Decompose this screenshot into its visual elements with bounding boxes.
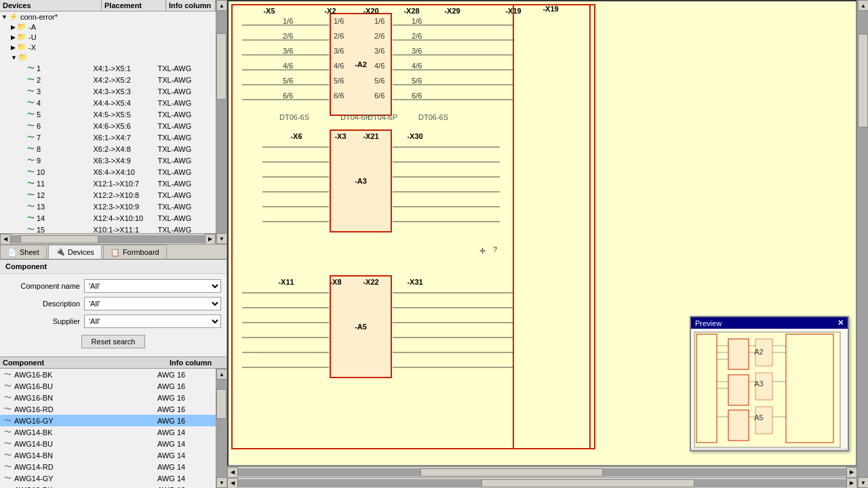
canvas-vscroll-down[interactable]: ▼ [858, 477, 868, 488]
expand-icon[interactable]: ▶ [11, 44, 16, 51]
filter-supplier-select[interactable]: 'All' [84, 314, 221, 328]
tree-item-col2: X4:5->X5:5 [94, 110, 158, 119]
comp-item-name: AWG14-RD [14, 463, 157, 471]
comp-item[interactable]: 〜 AWG16-BN AWG 16 [0, 392, 216, 403]
comp-item[interactable]: 〜 AWG12-BK AWG 12 [0, 484, 216, 488]
tree-vscroll-thumb[interactable] [216, 33, 226, 100]
canvas-hscroll2-left[interactable]: ◀ [227, 478, 238, 489]
tree-item-col2: X6:1->X4:7 [94, 134, 158, 142]
comp-vscroll-up[interactable]: ▲ [216, 369, 226, 380]
tree-item-w13[interactable]: 〜13X12:3->X10:9TXL-AWG [0, 201, 216, 212]
tree-item-w3[interactable]: 〜3X4:3->X5:3TXL-AWG [0, 85, 216, 97]
comp-item[interactable]: 〜 AWG16-BK AWG 16 [0, 369, 216, 380]
tree-vscroll-track[interactable] [216, 11, 226, 233]
tree-item-w2[interactable]: 〜2X4:2->X5:2TXL-AWG [0, 74, 216, 85]
canvas-hscroll2[interactable]: ◀ ▶ [227, 477, 857, 488]
canvas-hscroll[interactable]: ◀ ▶ [227, 466, 857, 477]
comp-item[interactable]: 〜 AWG16-BU AWG 16 [0, 380, 216, 392]
tree-hscroll-left[interactable]: ◀ [0, 234, 11, 245]
comp-vscroll-down[interactable]: ▼ [216, 477, 226, 488]
canvas-hscroll2-right[interactable]: ▶ [846, 478, 857, 489]
tree-item-w7[interactable]: 〜7X6:1->X4:7TXL-AWG [0, 131, 216, 143]
comp-item[interactable]: 〜 AWG16-GY AWG 16 [0, 415, 216, 426]
canvas-vscroll-thumb[interactable] [858, 34, 868, 127]
comp-item-name: AWG14-BK [14, 428, 157, 436]
tree-item-w12[interactable]: 〜12X12:2->X10:8TXL-AWG [0, 189, 216, 201]
comp-item[interactable]: 〜 AWG14-BK AWG 14 [0, 426, 216, 438]
tree-content[interactable]: ▼⚡conn-error*▶📁-A▶📁-U▶📁-X▼📁〜1X4:1->X5:1T… [0, 12, 216, 233]
comp-vscroll-track[interactable] [216, 380, 226, 477]
comp-item[interactable]: 〜 AWG14-GY AWG 14 [0, 472, 216, 484]
comp-item[interactable]: 〜 AWG14-BU AWG 14 [0, 438, 216, 449]
wire-icon: 〜 [27, 178, 35, 188]
tree-hscroll-right[interactable]: ▶ [205, 234, 216, 245]
tree-hscroll[interactable]: ◀ ▶ [0, 233, 216, 244]
tree-item-A[interactable]: ▶📁-A [0, 22, 216, 32]
tab-formboard-label: Formboard [123, 248, 159, 256]
comp-list[interactable]: 〜 AWG16-BK AWG 16 〜 AWG16-BU AWG 16 〜 AW… [0, 369, 216, 488]
tree-item-w10[interactable]: 〜10X6:4->X4:10TXL-AWG [0, 166, 216, 178]
tree-item-root[interactable]: ▼⚡conn-error* [0, 12, 216, 22]
comp-list-wrapper: 〜 AWG16-BK AWG 16 〜 AWG16-BU AWG 16 〜 AW… [0, 369, 226, 488]
tree-item-col3: TXL-AWG [158, 180, 215, 188]
expand-icon[interactable]: ▼ [1, 14, 7, 20]
tree-hscroll-thumb[interactable] [20, 235, 98, 243]
svg-text:4/6: 4/6 [334, 62, 344, 70]
tree-item-col2: X4:1->X5:1 [94, 64, 158, 73]
tree-item-w9[interactable]: 〜9X6:3->X4:9TXL-AWG [0, 155, 216, 166]
canvas-vscroll-track[interactable] [858, 11, 868, 477]
tree-vscroll-down[interactable]: ▼ [216, 233, 226, 244]
tree-item-w11[interactable]: 〜11X12:1->X10:7TXL-AWG [0, 178, 216, 189]
expand-icon[interactable]: ▼ [11, 54, 17, 61]
canvas-vscroll-up[interactable]: ▲ [858, 0, 868, 11]
tree-header: Devices Placement Info column [0, 0, 216, 12]
tree-vscroll-up[interactable]: ▲ [216, 0, 226, 11]
svg-rect-95 [728, 410, 749, 441]
tree-item-w8[interactable]: 〜8X6:2->X4:8TXL-AWG [0, 143, 216, 155]
svg-text:-X8: -X8 [330, 278, 341, 286]
tree-vscroll[interactable]: ▲ ▼ [216, 0, 226, 244]
wire-icon: 〜 [27, 109, 35, 119]
preview-panel: Preview ✕ [690, 316, 849, 451]
filter-desc-label: Description [5, 300, 80, 308]
tree-item-wires[interactable]: ▼📁 [0, 52, 216, 62]
filter-name-select[interactable]: 'All' [84, 279, 221, 293]
comp-item[interactable]: 〜 AWG14-RD AWG 14 [0, 461, 216, 472]
tree-item-w6[interactable]: 〜6X4:6->X5:6TXL-AWG [0, 120, 216, 131]
filter-row-supplier: Supplier 'All' [5, 314, 221, 328]
canvas-hscroll-thumb[interactable] [420, 468, 603, 476]
tree-item-col2: X4:6->X5:6 [94, 122, 158, 130]
filter-desc-select[interactable]: 'All' [84, 297, 221, 310]
canvas-hscroll-right[interactable]: ▶ [846, 467, 857, 478]
tree-item-col3: TXL-AWG [158, 134, 215, 142]
tree-hscroll-track[interactable] [11, 235, 205, 243]
comp-vscroll-thumb[interactable] [216, 389, 226, 418]
tree-item-col3: TXL-AWG [158, 87, 215, 96]
tree-item-w1[interactable]: 〜1X4:1->X5:1TXL-AWG [0, 62, 216, 74]
comp-vscroll[interactable]: ▲ ▼ [216, 369, 226, 488]
canvas-vscroll[interactable]: ▲ ▼ [857, 0, 868, 488]
tab-sheet[interactable]: 📄 Sheet [0, 245, 47, 259]
tree-item-w14[interactable]: 〜14X12:4->X10:10TXL-AWG [0, 212, 216, 224]
canvas-hscroll-left[interactable]: ◀ [227, 467, 238, 478]
canvas-hscroll-track[interactable] [238, 468, 846, 476]
tree-item-U[interactable]: ▶📁-U [0, 32, 216, 42]
tab-formboard[interactable]: 📋 Formboard [103, 245, 167, 259]
comp-item[interactable]: 〜 AWG16-RD AWG 16 [0, 403, 216, 415]
folder-icon: 📁 [18, 53, 28, 62]
canvas-viewport[interactable]: -A2-A3-A5-X5-X2-X20-X28-X29-X191/61/61/6… [227, 0, 857, 466]
canvas-hscroll2-track[interactable] [238, 479, 846, 487]
tree-item-w4[interactable]: 〜4X4:4->X5:4TXL-AWG [0, 97, 216, 108]
tree-item-w15[interactable]: 〜15X10:1->X11:1TXL-AWG [0, 224, 216, 233]
preview-close-button[interactable]: ✕ [837, 319, 844, 327]
tree-item-w5[interactable]: 〜5X4:5->X5:5TXL-AWG [0, 108, 216, 120]
tree-item-X[interactable]: ▶📁-X [0, 42, 216, 52]
expand-icon[interactable]: ▶ [11, 24, 16, 30]
main-container: Devices Placement Info column ▼⚡conn-err… [0, 0, 868, 488]
reset-search-button[interactable]: Reset search [81, 335, 146, 348]
tab-devices[interactable]: 🔌 Devices [48, 245, 102, 259]
canvas-hscroll2-thumb[interactable] [481, 479, 694, 487]
expand-icon[interactable]: ▶ [11, 34, 16, 41]
comp-item[interactable]: 〜 AWG14-BN AWG 14 [0, 449, 216, 461]
comp-header-component: Component [3, 359, 170, 367]
